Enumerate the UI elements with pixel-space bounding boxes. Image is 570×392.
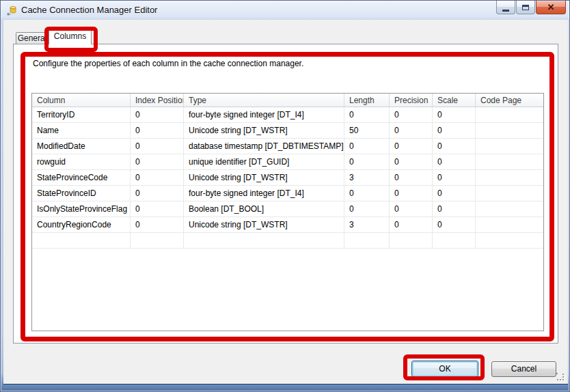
table-cell[interactable]: 0: [344, 154, 390, 170]
table-cell[interactable]: 0: [390, 217, 433, 233]
columns-grid[interactable]: ColumnIndex PositionTypeLengthPrecisionS…: [31, 93, 544, 331]
table-row[interactable]: StateProvinceID0four-byte signed integer…: [32, 186, 543, 201]
table-cell[interactable]: 0: [390, 107, 433, 123]
table-cell[interactable]: Unicode string [DT_WSTR]: [184, 170, 344, 186]
column-header-length[interactable]: Length: [344, 94, 390, 107]
tab-columns[interactable]: Columns: [49, 29, 92, 44]
table-cell[interactable]: Boolean [DT_BOOL]: [184, 201, 344, 217]
table-cell[interactable]: 50: [344, 123, 390, 139]
window-title: Cache Connection Manager Editor: [21, 1, 157, 20]
resize-grip-icon[interactable]: [556, 373, 565, 381]
table-row[interactable]: StateProvinceCode0Unicode string [DT_WST…: [32, 170, 543, 186]
column-header-scale[interactable]: Scale: [433, 94, 476, 107]
table-cell[interactable]: [390, 233, 433, 249]
table-cell[interactable]: 0: [390, 123, 433, 139]
table-cell[interactable]: [476, 170, 543, 186]
table-cell[interactable]: [476, 233, 543, 249]
column-header-type[interactable]: Type: [184, 94, 344, 107]
table-cell[interactable]: [476, 107, 543, 123]
table-cell[interactable]: 0: [344, 107, 390, 123]
table-cell[interactable]: 0: [390, 186, 433, 201]
table-cell[interactable]: [476, 139, 543, 154]
table-cell[interactable]: 0: [433, 154, 476, 170]
minimize-icon: [502, 10, 509, 12]
cancel-button[interactable]: Cancel: [491, 361, 556, 377]
table-cell[interactable]: [476, 186, 543, 201]
instruction-text: Configure the properties of each column …: [33, 59, 303, 68]
table-cell[interactable]: IsOnlyStateProvinceFlag: [32, 201, 131, 217]
table-cell[interactable]: rowguid: [32, 154, 131, 170]
table-cell[interactable]: 0: [390, 201, 433, 217]
table-row[interactable]: [32, 233, 543, 249]
dialog-client-area: General Columns Configure the properties…: [3, 20, 568, 384]
title-bar[interactable]: Cache Connection Manager Editor ✕: [1, 1, 569, 20]
table-row[interactable]: CountryRegionCode0Unicode string [DT_WST…: [32, 217, 543, 233]
table-cell[interactable]: 0: [131, 170, 184, 186]
table-cell[interactable]: database timestamp [DT_DBTIMESTAMP]: [184, 139, 344, 154]
table-cell[interactable]: 0: [344, 139, 390, 154]
close-button[interactable]: ✕: [536, 1, 566, 14]
table-row[interactable]: Name0Unicode string [DT_WSTR]5000: [32, 123, 543, 139]
table-row[interactable]: ModifiedDate0database timestamp [DT_DBTI…: [32, 139, 543, 154]
table-cell[interactable]: [476, 123, 543, 139]
table-cell[interactable]: [32, 233, 131, 249]
ok-button[interactable]: OK: [411, 361, 478, 377]
table-row[interactable]: TerritoryID0four-byte signed integer [DT…: [32, 107, 543, 123]
table-cell[interactable]: 0: [433, 201, 476, 217]
table-cell[interactable]: [433, 233, 476, 249]
table-cell[interactable]: 3: [344, 217, 390, 233]
table-cell[interactable]: StateProvinceID: [32, 186, 131, 201]
table-cell[interactable]: 0: [433, 217, 476, 233]
table-cell[interactable]: Unicode string [DT_WSTR]: [184, 217, 344, 233]
table-cell[interactable]: 0: [390, 154, 433, 170]
table-cell[interactable]: 0: [131, 154, 184, 170]
table-cell[interactable]: 0: [131, 186, 184, 201]
table-cell[interactable]: 0: [131, 139, 184, 154]
table-cell[interactable]: StateProvinceCode: [32, 170, 131, 186]
column-header-index-position[interactable]: Index Position: [131, 94, 184, 107]
column-header-code-page[interactable]: Code Page: [476, 94, 543, 107]
close-icon: ✕: [547, 1, 555, 14]
table-row[interactable]: rowguid0unique identifier [DT_GUID]000: [32, 154, 543, 170]
maximize-button[interactable]: [516, 1, 535, 14]
table-cell[interactable]: [184, 233, 344, 249]
table-cell[interactable]: [131, 233, 184, 249]
table-cell[interactable]: 3: [344, 170, 390, 186]
table-cell[interactable]: [476, 201, 543, 217]
column-header-column[interactable]: Column: [32, 94, 131, 107]
grid-body: TerritoryID0four-byte signed integer [DT…: [32, 107, 543, 249]
table-cell[interactable]: 0: [433, 139, 476, 154]
maximize-icon: [522, 5, 529, 10]
tab-general[interactable]: General: [16, 32, 49, 44]
table-cell[interactable]: 0: [433, 107, 476, 123]
connection-manager-icon: [7, 5, 18, 16]
table-cell[interactable]: 0: [433, 123, 476, 139]
table-cell[interactable]: Name: [32, 123, 131, 139]
minimize-button[interactable]: [496, 1, 515, 14]
table-cell[interactable]: 0: [433, 186, 476, 201]
table-cell[interactable]: TerritoryID: [32, 107, 131, 123]
table-cell[interactable]: 0: [390, 139, 433, 154]
grid-header-row: ColumnIndex PositionTypeLengthPrecisionS…: [32, 94, 543, 107]
table-cell[interactable]: [476, 154, 543, 170]
table-cell[interactable]: four-byte signed integer [DT_I4]: [184, 186, 344, 201]
table-cell[interactable]: unique identifier [DT_GUID]: [184, 154, 344, 170]
table-cell[interactable]: [344, 233, 390, 249]
table-cell[interactable]: ModifiedDate: [32, 139, 131, 154]
dialog-window: Cache Connection Manager Editor ✕ Genera…: [0, 0, 570, 392]
table-cell[interactable]: 0: [344, 201, 390, 217]
table-cell[interactable]: CountryRegionCode: [32, 217, 131, 233]
table-cell[interactable]: 0: [131, 217, 184, 233]
columns-tab-page: Configure the properties of each column …: [13, 44, 558, 344]
table-cell[interactable]: 0: [131, 123, 184, 139]
table-row[interactable]: IsOnlyStateProvinceFlag0Boolean [DT_BOOL…: [32, 201, 543, 217]
table-cell[interactable]: [476, 217, 543, 233]
table-cell[interactable]: 0: [344, 186, 390, 201]
table-cell[interactable]: 0: [390, 170, 433, 186]
column-header-precision[interactable]: Precision: [390, 94, 433, 107]
table-cell[interactable]: 0: [131, 107, 184, 123]
table-cell[interactable]: 0: [131, 201, 184, 217]
table-cell[interactable]: 0: [433, 170, 476, 186]
table-cell[interactable]: four-byte signed integer [DT_I4]: [184, 107, 344, 123]
table-cell[interactable]: Unicode string [DT_WSTR]: [184, 123, 344, 139]
